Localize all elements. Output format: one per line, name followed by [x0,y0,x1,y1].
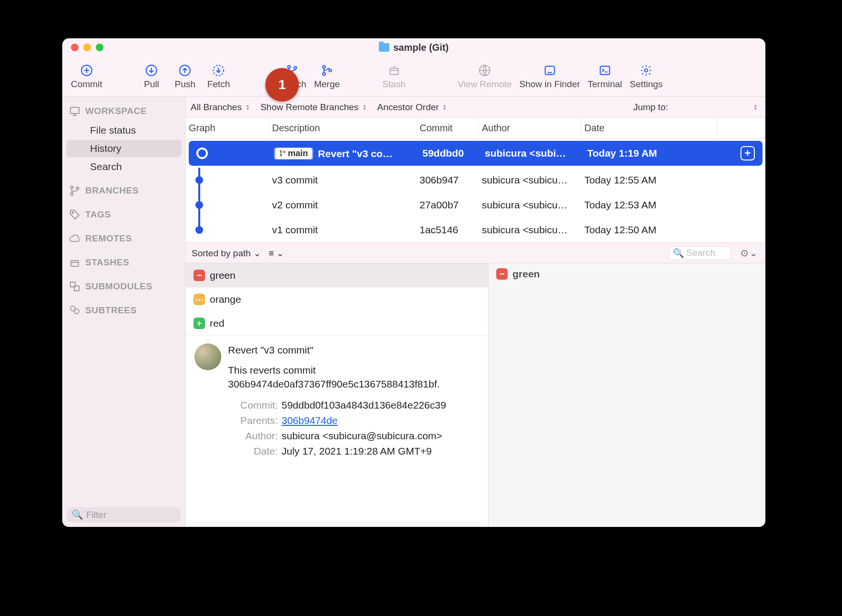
window-title: sample (Git) [62,42,765,53]
expand-button[interactable]: + [740,146,755,160]
stash-button[interactable]: Stash [377,62,411,91]
branch-chip[interactable]: main [275,148,312,160]
titlebar: sample (Git) [62,38,765,57]
search-icon: 🔍 [72,509,83,520]
commit-author: subicura <subicu… [479,224,581,236]
chevron-down-icon: ⌄ [253,248,261,258]
svg-point-8 [322,72,325,75]
svg-point-19 [72,212,74,214]
submodules-icon [69,281,80,292]
graph-node-icon [195,201,203,209]
stashes-label: STASHES [85,257,129,268]
app-window: 1 sample (Git) Commit Pull Push Fetch [62,38,765,527]
diff-file-header[interactable]: − green [489,263,765,285]
commit-detail: Revert "v3 commit" This reverts commit 3… [186,335,488,467]
svg-point-7 [322,65,325,68]
stepper-icon: ▴▾ [247,104,249,111]
fetch-label: Fetch [207,79,230,90]
sidebar-section-submodules[interactable]: SUBMODULES [62,277,185,296]
jump-to[interactable]: Jump to:▴▾ [633,102,761,113]
parent-link[interactable]: 306b9474de [282,415,338,426]
commit-row[interactable]: v2 commit 27a00b7 subicura <subicu… Toda… [186,193,765,217]
sidebar-section-branches[interactable]: BRANCHES [62,181,185,200]
view-mode-dropdown[interactable]: ≡ ⌄ [269,248,284,259]
branches-filter[interactable]: All Branches▴▾ [191,102,249,113]
push-button[interactable]: Push [168,62,202,91]
order-filter[interactable]: Ancestor Order▴▾ [377,102,446,113]
sort-label: Sorted by path [192,248,251,258]
commit-hash: 27a00b7 [417,199,479,211]
merge-button[interactable]: Merge [310,62,344,91]
stepper-icon: ▴▾ [754,104,757,111]
sidebar-item-file-status[interactable]: File status [66,122,182,139]
sidebar-section-workspace[interactable]: WORKSPACE [62,102,185,121]
sidebar-section-stashes[interactable]: STASHES [62,253,185,272]
commit-button[interactable]: Commit [67,62,106,91]
tag-icon [69,209,80,220]
branches-filter-label: All Branches [191,102,242,113]
sidebar-section-remotes[interactable]: REMOTES [62,229,185,248]
commit-date: Today 12:55 AM [581,174,717,186]
view-remote-button[interactable]: View Remote [454,62,516,91]
col-graph[interactable]: Graph [186,118,269,138]
file-item[interactable]: + red [186,311,488,335]
show-in-finder-button[interactable]: Show in Finder [515,62,584,91]
settings-button[interactable]: Settings [626,62,667,91]
commit-body: This reverts commit 306b9474de0af37367ff… [228,364,479,391]
svg-point-9 [329,69,331,71]
subtrees-label: SUBTREES [85,305,137,316]
commit-date: Today 12:53 AM [581,199,717,211]
col-commit[interactable]: Commit [417,118,479,138]
svg-point-18 [77,187,79,190]
sidebar-item-search[interactable]: Search [66,158,182,175]
meta-date-value: July 17, 2021 1:19:28 AM GMT+9 [282,445,479,457]
meta-commit-label: Commit: [228,399,278,411]
svg-point-26 [280,155,282,156]
file-list-bar: Sorted by path ⌄ ≡ ⌄ 🔍Search ⊙⌄ [186,242,765,263]
file-item[interactable]: − green [186,263,488,287]
pull-button[interactable]: Pull [135,62,168,91]
sidebar-item-history[interactable]: History [66,140,182,157]
terminal-button[interactable]: Terminal [584,62,626,91]
plus-circle-icon [80,64,93,77]
commit-label: Commit [71,79,102,90]
commit-hash: 1ac5146 [417,224,479,236]
stash-label: Stash [382,79,406,90]
sidebar-section-subtrees[interactable]: SUBTREES [62,301,185,320]
file-item[interactable]: ⋯ orange [186,287,488,311]
workspace-label: WORKSPACE [85,106,147,116]
col-description[interactable]: Description [269,118,417,138]
col-author[interactable]: Author [479,118,581,138]
sidebar-filter-input[interactable]: 🔍 Filter [67,507,181,522]
svg-rect-10 [390,68,398,74]
commit-row[interactable]: main Revert "v3 co… 59ddbd0 subicura <su… [189,141,762,166]
tags-label: TAGS [85,209,111,220]
remote-filter[interactable]: Show Remote Branches▴▾ [261,102,366,113]
merge-label: Merge [314,79,340,90]
more-options-button[interactable]: ⊙⌄ [739,247,760,259]
file-search-input[interactable]: 🔍Search [669,246,731,260]
commit-date: Today 1:19 AM [584,148,715,159]
remotes-label: REMOTES [85,233,132,244]
terminal-label: Terminal [588,79,622,90]
commit-desc: v3 commit [269,174,417,186]
commit-hash: 59ddbd0 [420,148,482,159]
stash-icon [69,257,80,268]
sidebar: WORKSPACE File status History Search BRA… [62,97,186,527]
commit-author: subicura <subi… [482,148,584,159]
arrow-up-circle-icon [178,64,192,77]
meta-parents-label: Parents: [228,415,278,426]
commit-row[interactable]: v1 commit 1ac5146 subicura <subicu… Toda… [186,217,765,242]
deleted-badge-icon: − [193,270,205,281]
col-date[interactable]: Date [581,118,717,138]
stepper-icon: ▴▾ [444,104,446,111]
svg-point-17 [71,193,73,195]
chevron-down-icon: ⌄ [276,248,284,258]
commit-row[interactable]: v3 commit 306b947 subicura <subicu… Toda… [186,168,765,193]
view-icon: ≡ [269,248,274,258]
sort-dropdown[interactable]: Sorted by path ⌄ [192,248,261,259]
modified-badge-icon: ⋯ [193,294,205,305]
file-name: orange [210,294,241,305]
sidebar-section-tags[interactable]: TAGS [62,205,185,224]
fetch-button[interactable]: Fetch [202,62,235,91]
